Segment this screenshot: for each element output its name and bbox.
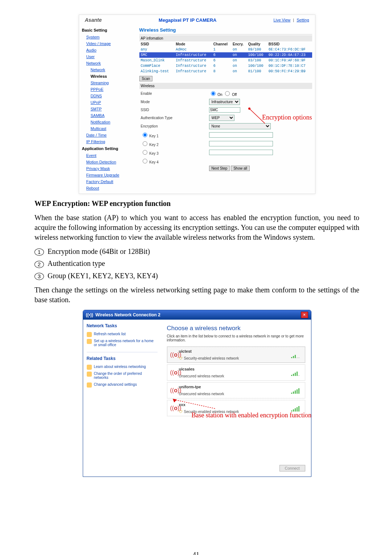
nav-firmware[interactable]: Firmware Upgrade	[82, 172, 136, 178]
task-learn[interactable]: Learn about wireless networking	[87, 363, 158, 370]
wifi-icon: ((o))	[170, 352, 179, 358]
input-ssid[interactable]	[209, 107, 240, 113]
nav-samba[interactable]: SAMBA	[82, 112, 136, 119]
nav-streaming[interactable]: Streaming	[82, 80, 136, 86]
window-title: Wireless Network Connection 2	[95, 312, 160, 317]
ap-row[interactable]: SMCInfrastructure6on100/10000:22:2D:0A:E…	[139, 52, 312, 58]
select-auth[interactable]: WEP	[209, 115, 234, 121]
nav-notification[interactable]: Notification	[82, 119, 136, 125]
task-order[interactable]: Change the order of preferred networks	[87, 370, 158, 381]
network-security: 🛡Security-enabled wireless network	[179, 356, 291, 360]
label-mode: Mode	[139, 98, 208, 106]
paragraph-1: When the base station (AP) to which you …	[34, 213, 359, 242]
windows-wireless-screenshot: ((•)) Wireless Network Connection 2 × Ne…	[83, 310, 311, 477]
input-key1[interactable]	[209, 132, 273, 138]
signal-icon	[291, 405, 302, 412]
nav-pppoe[interactable]: PPPoE	[82, 86, 136, 93]
ap-row[interactable]: CommPlaceInfrastructure6on100/10000:1C:D…	[139, 63, 312, 69]
network-item[interactable]: ((o))uicsalesUnsecured wireless network	[167, 364, 305, 381]
col-ssid: SSID	[139, 41, 175, 47]
label-auth: Authentication Type	[139, 114, 208, 122]
select-mode[interactable]: Infrastructure	[209, 99, 240, 105]
col-mode: Mode	[174, 41, 212, 47]
nav-ddns[interactable]: DDNS	[82, 93, 136, 99]
callout-encryption-options: Encryption options	[262, 114, 312, 121]
paragraph-2: Then change the settings on the wireless…	[34, 285, 359, 305]
radio-key3[interactable]	[143, 150, 147, 155]
radio-on[interactable]: On	[209, 93, 222, 97]
next-step-button[interactable]: Next Step	[209, 166, 230, 171]
nav-datetime[interactable]: Date / Time	[82, 132, 136, 138]
nav-wireless[interactable]: Wireless	[82, 73, 136, 80]
nav-audio[interactable]: Audio	[82, 47, 136, 53]
network-tasks-heading: Network Tasks	[87, 323, 158, 328]
task-refresh[interactable]: Refresh network list	[87, 331, 158, 337]
network-item[interactable]: ((o))uniform-tpeUnsecured wireless netwo…	[167, 382, 305, 398]
radio-key4[interactable]	[143, 159, 147, 163]
network-item[interactable]: ((o))uictest🛡Security-enabled wireless n…	[167, 347, 305, 363]
radio-key2[interactable]	[143, 141, 147, 146]
list-item-2: 2Authentication type	[34, 259, 359, 268]
section-title: Wireless Setting	[139, 26, 312, 35]
scan-button[interactable]: Scan	[139, 76, 153, 81]
wireless-form: Enable On Off Mode Infrastructure SSID A…	[139, 89, 312, 171]
nav-reboot[interactable]: Reboot	[82, 185, 136, 191]
nav-video-image[interactable]: Video / Image	[82, 40, 136, 47]
nav-network[interactable]: Network	[82, 60, 136, 66]
ap-row[interactable]: anyAdHoc1on89/1006E:C4:73:F6:DC:9F	[139, 47, 312, 52]
nav-upnp[interactable]: UPnP	[82, 99, 136, 106]
section-heading: WEP Encryption: WEP encryption function	[34, 199, 359, 208]
wifi-icon: ((o))	[170, 369, 179, 376]
camera-settings-screenshot: Asante Megapixel PT IP CAMERA Live View …	[79, 15, 315, 194]
nav-factory[interactable]: Factory Default	[82, 178, 136, 185]
side-heading-basic: Basic Setting	[82, 28, 136, 32]
link-live-view[interactable]: Live View	[273, 18, 290, 22]
col-bssid: BSSID	[267, 41, 312, 47]
input-key3[interactable]	[209, 150, 273, 155]
network-name: uniform-tpe	[179, 385, 291, 389]
nav-ipfilter[interactable]: IP Filtering	[82, 138, 136, 145]
nav-user[interactable]: User	[82, 53, 136, 60]
choose-network-heading: Choose a wireless network	[167, 325, 305, 332]
col-encry: Encry.	[231, 41, 247, 47]
radio-off[interactable]: Off	[223, 93, 237, 97]
col-channel: Channel	[212, 41, 231, 47]
wifi-icon: ((o))	[170, 387, 179, 394]
link-setting[interactable]: Setting	[297, 18, 309, 22]
nav-motion[interactable]: Motion Detection	[82, 159, 136, 165]
ap-row[interactable]: Mason_DlinkInfrastructure6on83/10000:1C:…	[139, 58, 312, 63]
nav-system[interactable]: System	[82, 34, 136, 40]
label-enable: Enable	[139, 89, 208, 98]
nav-event[interactable]: Event	[82, 152, 136, 159]
nav-smtp[interactable]: SMTP	[82, 106, 136, 112]
ap-table: SSID Mode Channel Encry. Quality BSSID a…	[139, 41, 312, 74]
nav-privacy[interactable]: Privacy Mask	[82, 165, 136, 172]
antenna-icon: ((•))	[86, 312, 93, 317]
input-key2[interactable]	[209, 141, 273, 146]
label-key2: Key 2	[139, 139, 208, 148]
wireless-header: Wireless	[139, 83, 312, 89]
related-tasks-heading: Related Tasks	[87, 356, 158, 361]
network-name: uicsales	[179, 367, 291, 371]
close-icon[interactable]: ×	[301, 312, 308, 318]
list-item-1: 1Encryption mode (64Bit or 128Bit)	[34, 247, 359, 256]
list-item-3: 3Group (KEY1, KEY2, KEY3, KEY4)	[34, 272, 359, 280]
network-security: Unsecured wireless network	[179, 374, 291, 378]
nav-network-sub[interactable]: Network	[82, 66, 136, 73]
ap-row[interactable]: Alinking-testInfrastructure8on81/10000:5…	[139, 69, 312, 74]
signal-icon	[291, 369, 302, 376]
label-key1: Key 1	[139, 130, 208, 139]
task-advanced[interactable]: Change advanced settings	[87, 381, 158, 388]
label-key3: Key 3	[139, 148, 208, 157]
side-nav: Basic Setting System Video / Image Audio…	[79, 24, 139, 194]
callout-base-station: Base station with enabled encryption fun…	[192, 412, 373, 419]
connect-button[interactable]: Connect	[279, 465, 305, 471]
task-setup[interactable]: Set up a wireless network for a home or …	[87, 337, 158, 348]
signal-icon	[291, 352, 302, 358]
choose-network-hint: Click an item in the list below to conne…	[167, 334, 305, 342]
tasks-panel: Network Tasks Refresh network list Set u…	[83, 320, 161, 477]
radio-key1[interactable]	[143, 133, 147, 137]
nav-multicast[interactable]: Multicast	[82, 125, 136, 132]
show-all-button[interactable]: Show all	[231, 166, 250, 171]
brand-logo: Asante	[85, 17, 102, 23]
